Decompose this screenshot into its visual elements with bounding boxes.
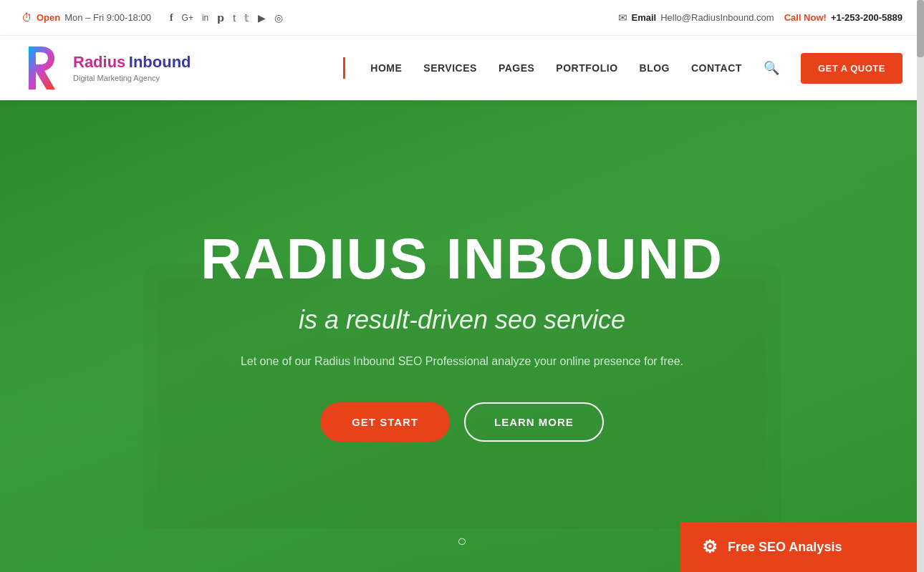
hero-content: RADIUS INBOUND is a result-driven seo se… (172, 231, 752, 442)
mail-icon: ✉ (618, 11, 627, 24)
email-label: Email (632, 12, 657, 23)
social-icons: f G+ in 𝗽 t 𝕥 ▶ ◎ (170, 12, 283, 24)
top-bar: ⏱ Open Mon – Fri 9:00-18:00 f G+ in 𝗽 t … (0, 0, 924, 36)
get-start-button[interactable]: GET START (320, 402, 450, 442)
hero-buttons: GET START LEARN MORE (201, 402, 723, 442)
get-quote-button[interactable]: GET A QUOTE (801, 53, 903, 84)
search-icon[interactable]: 🔍 (764, 60, 779, 76)
scrollbar[interactable] (917, 0, 924, 572)
seo-gear-icon: ⚙ (702, 537, 718, 557)
pinterest-icon[interactable]: 𝗽 (217, 12, 224, 24)
twitter-icon[interactable]: 𝕥 (244, 12, 249, 24)
brand-radius: Radius (73, 53, 125, 71)
youtube-icon[interactable]: ▶ (258, 12, 266, 24)
tumblr-icon[interactable]: t (233, 12, 236, 24)
phone-number: +1-253-200-5889 (831, 12, 903, 23)
logo-text: Radius Inbound Digital Marketing Agency (73, 53, 191, 83)
email-address: Hello@RadiusInbound.com (660, 12, 774, 23)
nav-item-blog[interactable]: BLOG (640, 62, 670, 74)
open-label: Open (37, 12, 60, 23)
google-plus-icon[interactable]: G+ (182, 13, 193, 23)
hero-subtitle: is a result-driven seo service (201, 305, 723, 335)
instagram-icon[interactable]: ◎ (274, 12, 283, 24)
nav-item-pages[interactable]: PAGES (499, 62, 534, 74)
top-bar-right: ✉ Email Hello@RadiusInbound.com Call Now… (618, 11, 903, 24)
hero-title: RADIUS INBOUND (201, 231, 723, 288)
nav-item-services[interactable]: SERVICES (423, 62, 477, 74)
call-label: Call Now! (784, 12, 827, 23)
scroll-indicator[interactable]: ○ (457, 532, 466, 551)
hero-section: RADIUS INBOUND is a result-driven seo se… (0, 100, 924, 572)
clock-icon: ⏱ (21, 11, 32, 24)
navbar: Radius Inbound Digital Marketing Agency … (0, 36, 924, 100)
facebook-icon[interactable]: f (170, 12, 173, 24)
logo-icon (21, 39, 64, 97)
nav-item-contact[interactable]: CONTACT (691, 62, 742, 74)
hours-text: Mon – Fri 9:00-18:00 (64, 12, 151, 23)
nav-active-indicator (343, 57, 345, 79)
top-bar-left: ⏱ Open Mon – Fri 9:00-18:00 f G+ in 𝗽 t … (21, 11, 283, 24)
seo-analysis-bar[interactable]: ⚙ Free SEO Analysis (680, 522, 924, 572)
tagline: Digital Marketing Agency (73, 74, 191, 83)
learn-more-button[interactable]: LEARN MORE (464, 402, 604, 442)
nav-item-portfolio[interactable]: PORTFOLIO (556, 62, 617, 74)
nav-item-home[interactable]: HOME (370, 62, 402, 74)
logo-area: Radius Inbound Digital Marketing Agency (21, 39, 191, 97)
hero-description: Let one of our Radius Inbound SEO Profes… (201, 352, 723, 371)
linkedin-icon[interactable]: in (202, 13, 208, 23)
scrollbar-thumb[interactable] (917, 0, 924, 57)
seo-label: Free SEO Analysis (728, 540, 842, 555)
nav-menu: HOME SERVICES PAGES PORTFOLIO BLOG CONTA… (343, 53, 903, 84)
brand-inbound: Inbound (129, 53, 191, 71)
